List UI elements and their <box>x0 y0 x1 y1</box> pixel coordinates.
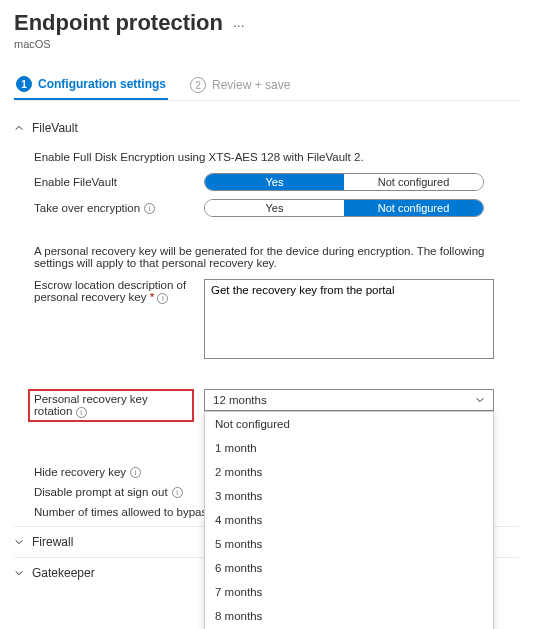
enable-filevault-toggle[interactable]: Yes Not configured <box>204 173 484 191</box>
rotation-option[interactable]: 8 months <box>205 604 493 628</box>
section-filevault-header[interactable]: FileVault <box>14 115 519 141</box>
toggle-not-configured[interactable]: Not configured <box>344 200 483 216</box>
chevron-down-icon <box>14 537 24 547</box>
disable-prompt-label: Disable prompt at sign out <box>34 486 168 498</box>
toggle-yes[interactable]: Yes <box>205 200 344 216</box>
info-icon[interactable]: i <box>76 407 87 418</box>
enable-filevault-label: Enable FileVault <box>34 176 117 188</box>
info-icon[interactable]: i <box>130 467 141 478</box>
rotation-option[interactable]: 5 months <box>205 532 493 556</box>
tab-configuration-settings[interactable]: 1 Configuration settings <box>14 70 168 100</box>
section-title: Firewall <box>32 535 73 549</box>
info-icon[interactable]: i <box>172 487 183 498</box>
tab-label: Configuration settings <box>38 77 166 91</box>
tab-label: Review + save <box>212 78 290 92</box>
recovery-key-note: A personal recovery key will be generate… <box>34 245 519 269</box>
rotation-select[interactable]: 12 months <box>204 389 494 411</box>
more-icon[interactable]: ··· <box>233 17 245 33</box>
required-indicator: * <box>150 291 154 303</box>
filevault-description: Enable Full Disk Encryption using XTS-AE… <box>34 151 519 163</box>
takeover-encryption-toggle[interactable]: Yes Not configured <box>204 199 484 217</box>
section-title: FileVault <box>32 121 78 135</box>
toggle-yes[interactable]: Yes <box>205 174 344 190</box>
chevron-up-icon <box>14 123 24 133</box>
bypass-count-label: Number of times allowed to bypass <box>34 506 213 518</box>
info-icon[interactable]: i <box>144 203 155 214</box>
rotation-option[interactable]: Not configured <box>205 412 493 436</box>
page-title: Endpoint protection <box>14 10 223 36</box>
rotation-select-value: 12 months <box>213 394 267 406</box>
rotation-option[interactable]: 3 months <box>205 484 493 508</box>
chevron-down-icon <box>14 568 24 578</box>
rotation-option[interactable]: 4 months <box>205 508 493 532</box>
tab-number-badge: 2 <box>190 77 206 93</box>
hide-recovery-key-label: Hide recovery key <box>34 466 126 478</box>
info-icon[interactable]: i <box>157 293 168 304</box>
rotation-label-highlight: Personal recovery key rotation i <box>28 389 194 422</box>
page-subtitle: macOS <box>14 38 519 50</box>
takeover-encryption-label: Take over encryption <box>34 202 140 214</box>
rotation-dropdown[interactable]: Not configured1 month2 months3 months4 m… <box>204 411 494 629</box>
rotation-option[interactable]: 7 months <box>205 580 493 604</box>
toggle-not-configured[interactable]: Not configured <box>344 174 483 190</box>
rotation-option[interactable]: 2 months <box>205 460 493 484</box>
rotation-label: Personal recovery key rotation <box>34 393 148 417</box>
tab-review-save[interactable]: 2 Review + save <box>188 70 292 100</box>
rotation-option[interactable]: 6 months <box>205 556 493 580</box>
escrow-description-input[interactable]: Get the recovery key from the portal <box>204 279 494 359</box>
rotation-option[interactable]: 1 month <box>205 436 493 460</box>
section-title: Gatekeeper <box>32 566 95 580</box>
tab-number-badge: 1 <box>16 76 32 92</box>
chevron-down-icon <box>475 395 485 405</box>
